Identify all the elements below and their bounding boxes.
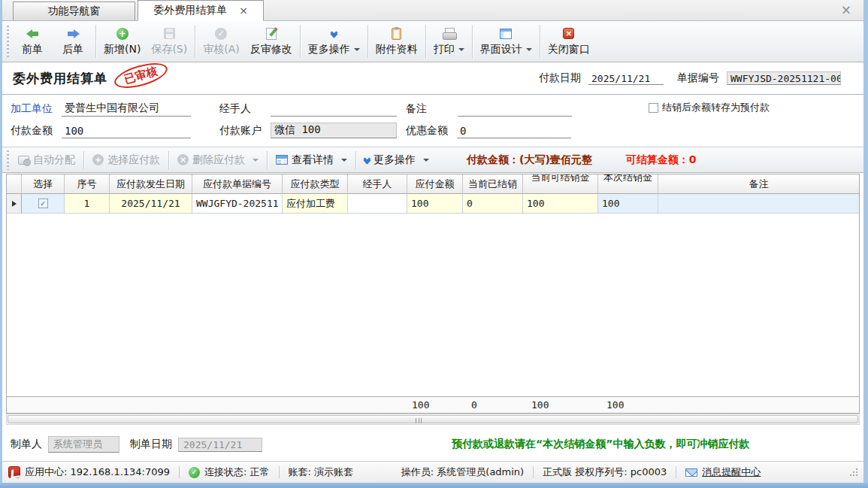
remark-field[interactable] — [458, 115, 572, 117]
column-header-available[interactable]: 当前可结销金 — [523, 174, 598, 194]
cell-available[interactable]: 100 — [523, 194, 598, 214]
edit-pencil-icon — [266, 28, 277, 40]
scrollbar-thumb[interactable] — [8, 415, 858, 423]
column-header-select[interactable]: 选择 — [22, 174, 65, 194]
create-date-field: 2025/11/21 — [178, 438, 262, 452]
column-header-seq[interactable]: 序号 — [65, 174, 110, 194]
tab-strip: 功能导航窗 委外费用结算单 × × — [2, 0, 863, 21]
window-close-icon[interactable]: × — [841, 4, 851, 17]
statusbar-separator — [676, 466, 676, 478]
resize-grip-icon[interactable] — [850, 468, 857, 476]
delete-payable-button[interactable]: × 删除应付款 — [171, 151, 265, 169]
column-header-handler[interactable]: 经手人 — [348, 174, 407, 194]
window-bottom-border — [0, 483, 868, 488]
double-chevron-down-icon — [331, 28, 337, 40]
double-chevron-down-icon — [364, 154, 370, 166]
cell-select[interactable]: ✓ — [22, 194, 65, 214]
close-window-button[interactable]: × 关闭窗口 — [543, 23, 595, 59]
toolbar-grip — [7, 150, 9, 170]
document-header: 委外费用结算单 已审核 付款日期 2025/11/21 单据编号 WWFYJSD… — [2, 62, 863, 95]
column-header-current[interactable]: 本次结销金 — [598, 174, 658, 194]
cell-type[interactable]: 应付加工费 — [283, 194, 348, 214]
pay-account-field[interactable]: 微信 100 — [271, 123, 397, 138]
cell-settled[interactable]: 0 — [463, 194, 523, 214]
operator-status: 操作员: 系统管理员(admin) — [401, 465, 524, 479]
more-operations-detail-button[interactable]: 更多操作 — [358, 151, 435, 169]
toolbar-separator — [300, 25, 301, 58]
horizontal-scrollbar[interactable] — [6, 414, 860, 425]
transfer-balance-checkbox[interactable] — [649, 103, 658, 113]
check-circle-icon: ✓ — [215, 28, 227, 40]
settleable-amount: 可结算金额：0 — [626, 153, 697, 167]
column-header-docno[interactable]: 应付款单据编号 — [192, 174, 283, 194]
remark-label: 备注 — [406, 102, 427, 117]
print-button[interactable]: 打印 — [428, 23, 470, 59]
cell-current[interactable]: 100 — [598, 194, 658, 214]
toolbar-separator — [425, 25, 426, 58]
detail-view-icon — [276, 155, 288, 165]
unapprove-edit-button[interactable]: 反审修改 — [245, 23, 298, 59]
create-date-label: 制单日期 — [130, 438, 172, 452]
cell-handler[interactable] — [348, 194, 407, 214]
column-header-amount[interactable]: 应付金额 — [407, 174, 463, 194]
approve-button[interactable]: ✓ 审核(A) — [198, 23, 245, 59]
save-button[interactable]: 保存(S) — [146, 23, 192, 59]
summary-current: 100 — [606, 399, 624, 411]
discount-field[interactable]: 0 — [457, 125, 571, 138]
tab-label: 功能导航窗 — [48, 5, 101, 18]
document-panel: 委外费用结算单 已审核 付款日期 2025/11/21 单据编号 WWFYJSD… — [2, 62, 863, 461]
close-red-icon: × — [563, 28, 574, 39]
arrow-right-icon — [67, 29, 80, 38]
ui-design-button[interactable]: 界面设计 — [475, 23, 537, 59]
pay-date-field[interactable]: 2025/11/21 — [588, 72, 664, 85]
attachments-button[interactable]: 附件资料 — [370, 23, 423, 59]
prev-doc-button[interactable]: 前单 — [12, 23, 53, 59]
amount-in-words: 付款金额：(大写)壹佰元整 — [467, 153, 592, 167]
processor-label-link[interactable]: 加工单位 — [11, 102, 53, 117]
form-area: 加工单位 爱普生中国有限公司 经手人 备注 结销后余额转存为预付款 — [2, 95, 863, 147]
column-header-type[interactable]: 应付款类型 — [283, 174, 348, 194]
column-header-remark[interactable]: 备注 — [658, 174, 859, 194]
statusbar-separator — [179, 466, 180, 478]
processor-field[interactable]: 爱普生中国有限公司 — [62, 102, 191, 117]
next-doc-button[interactable]: 后单 — [53, 23, 93, 59]
tab-close-icon[interactable]: × — [239, 5, 248, 17]
dropdown-arrow-icon — [526, 48, 532, 51]
creator-field: 系统管理员 — [48, 436, 119, 453]
table-row[interactable]: ✓ 1 2025/11/21 WWJGFYD-202511 应付加工费 100 … — [7, 194, 859, 214]
cell-docno[interactable]: WWJGFYD-202511 — [192, 194, 283, 214]
more-operations-button[interactable]: 更多操作 — [303, 23, 365, 59]
dropdown-arrow-icon — [458, 48, 464, 51]
doc-no-field[interactable]: WWFYJSD-20251121-000 — [727, 71, 841, 85]
plus-circle-icon: + — [92, 154, 104, 165]
toolbar-separator — [95, 25, 96, 58]
tab-outsourcing-settlement[interactable]: 委外费用结算单 × — [138, 0, 264, 21]
main-toolbar: 前单 后单 + 新增(N) 保存(S) ✓ 审核(A) 反审修改 更多操作 — [2, 21, 863, 62]
column-header-settled[interactable]: 当前已结销 — [463, 174, 523, 194]
summary-amount: 100 — [412, 399, 429, 411]
summary-settled: 0 — [471, 399, 477, 411]
column-header-date[interactable]: 应付款发生日期 — [110, 174, 192, 194]
dropdown-arrow-icon — [423, 159, 429, 162]
payables-grid: 选择 序号 应付款发生日期 应付款单据编号 应付款类型 经手人 应付金额 当前已… — [6, 174, 860, 414]
prepayment-tip: 预付款或退款请在“本次结销金额”中输入负数，即可冲销应付款 — [452, 438, 749, 451]
cell-amount[interactable]: 100 — [407, 194, 463, 214]
message-center-link[interactable]: 消息提醒中心 — [685, 465, 761, 479]
add-new-button[interactable]: + 新增(N) — [98, 23, 146, 59]
cell-remark[interactable] — [658, 194, 859, 214]
plus-circle-icon: + — [116, 28, 129, 40]
select-payable-button[interactable]: + 选择应付款 — [86, 151, 166, 169]
pay-amount-field[interactable]: 100 — [62, 125, 191, 138]
creator-label: 制单人 — [11, 438, 42, 452]
view-details-button[interactable]: 查看详情 — [270, 151, 353, 169]
auto-assign-button[interactable]: 自动分配 — [12, 151, 81, 169]
auto-assign-icon — [18, 156, 29, 165]
row-select-checkbox[interactable]: ✓ — [38, 199, 48, 208]
handler-field[interactable] — [271, 115, 397, 117]
toolbar-separator — [168, 151, 169, 169]
cell-seq[interactable]: 1 — [65, 194, 110, 214]
cell-date[interactable]: 2025/11/21 — [110, 194, 192, 214]
detail-toolbar: 自动分配 + 选择应付款 × 删除应付款 查看详情 更多操作 — [2, 147, 863, 173]
tab-nav-window[interactable]: 功能导航窗 — [13, 2, 135, 20]
pay-amount-label: 付款金额 — [11, 124, 53, 138]
